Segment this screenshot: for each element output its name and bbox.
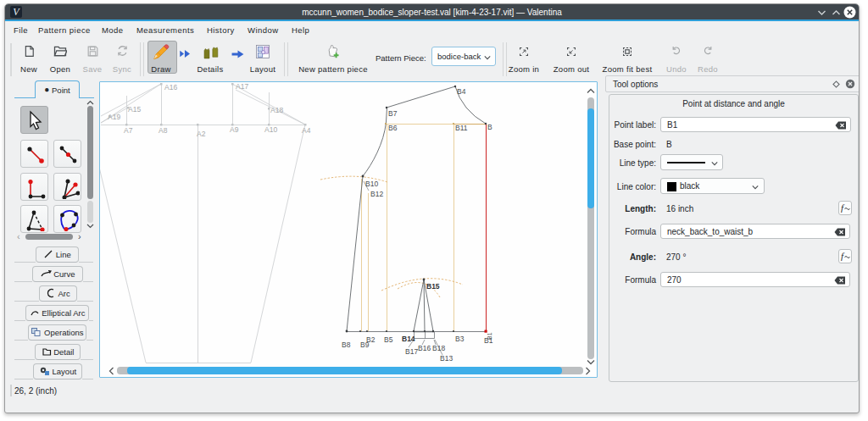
svg-text:f: f xyxy=(841,202,845,213)
svg-text:f: f xyxy=(841,251,845,261)
